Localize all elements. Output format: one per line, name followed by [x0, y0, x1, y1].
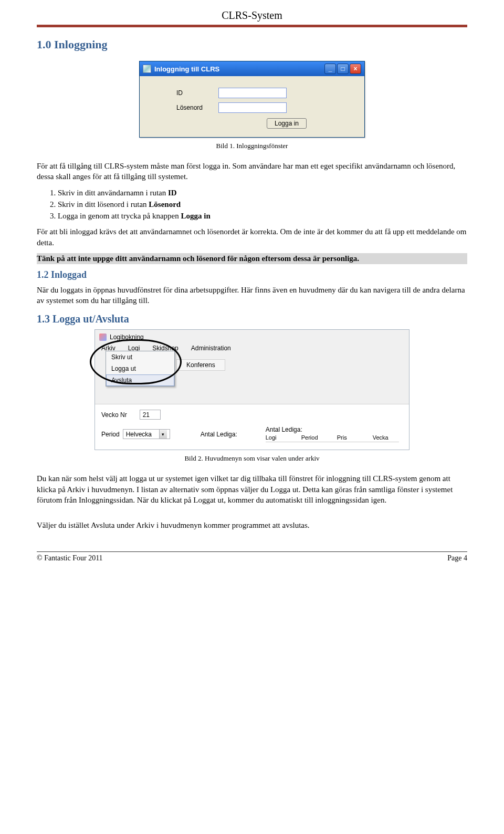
antal-label-2: Antal Lediga:: [266, 426, 302, 433]
period-label: Period: [101, 431, 120, 438]
section1-para2: För att bli inloggad krävs det att använ…: [37, 226, 467, 248]
page-header-title: CLRS-System: [37, 0, 467, 25]
close-button[interactable]: ×: [350, 64, 361, 74]
highlight-warning: Tänk på att inte uppge ditt användarnamn…: [37, 253, 467, 264]
col-logi: Logi: [266, 434, 292, 441]
menu-window-title: Logibokning: [110, 333, 144, 341]
col-pris: Pris: [337, 434, 363, 441]
heading-1-0: 1.0 Inloggning: [37, 38, 467, 51]
figure-1-caption: Bild 1. Inloggningsfönster: [37, 142, 467, 150]
period-value: Helvecka: [126, 431, 152, 438]
app-small-icon: [99, 333, 107, 341]
section1-para1: För att få tillgång till CLRS-system mås…: [37, 161, 467, 182]
figure-2-caption: Bild 2. Huvudmenyn som visar valen under…: [37, 454, 467, 463]
step-2: Skriv in ditt lösenord i rutan Lösenord: [58, 199, 467, 210]
arkiv-dropdown: Skriv ut Logga ut Avsluta: [106, 351, 175, 387]
heading-1-2: 1.2 Inloggad: [37, 269, 467, 280]
section1-steps: Skriv in ditt användarnamn i rutan ID Sk…: [58, 187, 467, 222]
col-vecka: Vecka: [373, 434, 399, 441]
section12-para: När du loggats in öppnas huvudfönstret f…: [37, 285, 467, 306]
heading-1-3: 1.3 Logga ut/Avsluta: [37, 313, 467, 325]
footer-left: © Fantastic Four 2011: [37, 554, 103, 562]
window-title: Inloggning till CLRS: [154, 65, 219, 73]
password-input[interactable]: [218, 102, 287, 113]
footer-right: Page 4: [447, 554, 467, 562]
col-period: Period: [301, 434, 328, 441]
titlebar: Inloggning till CLRS _ □ ×: [140, 61, 364, 76]
vecko-input[interactable]: [140, 410, 161, 420]
menu-screenshot: Logibokning Arkiv Logi Skidshop Administ…: [94, 329, 410, 450]
header-rule: [37, 25, 467, 27]
page-footer: © Fantastic Four 2011 Page 4: [37, 551, 467, 562]
dropdown-logga-ut[interactable]: Logga ut: [106, 363, 174, 374]
id-input[interactable]: [218, 88, 287, 98]
label-password: Lösenord: [176, 104, 218, 111]
section13-para2: Väljer du istället Avsluta under Arkiv i…: [37, 520, 467, 530]
antal-label-1: Antal Lediga:: [201, 431, 237, 438]
maximize-button[interactable]: □: [337, 64, 349, 74]
app-icon: [143, 65, 151, 73]
submenu-konferens[interactable]: Konferens: [176, 359, 225, 371]
minimize-button[interactable]: _: [324, 64, 336, 74]
chevron-down-icon[interactable]: ▾: [159, 430, 167, 439]
step-1: Skriv in ditt användarnamn i rutan ID: [58, 187, 467, 198]
vecko-label: Vecko Nr: [101, 411, 127, 419]
period-dropdown[interactable]: Helvecka ▾: [123, 429, 170, 439]
label-id: ID: [176, 89, 218, 97]
login-button[interactable]: Logga in: [267, 118, 307, 129]
dropdown-skriv-ut[interactable]: Skriv ut: [106, 351, 174, 363]
step-3: Logga in genom att trycka på knappen Log…: [58, 211, 467, 221]
login-window: Inloggning till CLRS _ □ × ID Lösenord L…: [139, 61, 365, 138]
section13-para1: Du kan när som helst välj att logga ut u…: [37, 473, 467, 505]
menu-administration[interactable]: Administration: [185, 342, 237, 354]
dropdown-avsluta[interactable]: Avsluta: [106, 374, 174, 386]
